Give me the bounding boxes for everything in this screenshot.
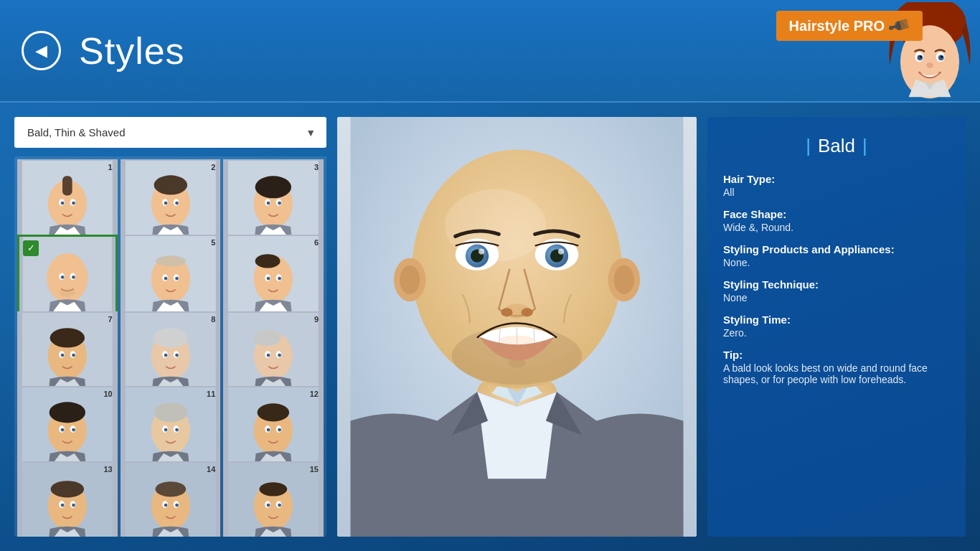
svg-point-67	[253, 329, 281, 346]
products-value: None.	[723, 257, 950, 268]
style-item-14[interactable]: 14	[121, 461, 221, 537]
svg-point-43	[175, 276, 179, 280]
svg-point-91	[267, 428, 270, 432]
item-number-13: 13	[103, 465, 112, 474]
time-label: Styling Time:	[723, 314, 950, 326]
style-item-13[interactable]: 13	[17, 461, 118, 537]
hair-type-label: Hair Type:	[723, 173, 950, 185]
svg-point-56	[61, 353, 65, 357]
svg-point-71	[278, 353, 281, 357]
svg-point-35	[72, 276, 75, 279]
svg-point-109	[260, 482, 288, 496]
svg-point-49	[267, 276, 270, 280]
hair-type-value: All	[723, 187, 950, 198]
svg-point-25	[255, 176, 291, 198]
item-number-5: 5	[211, 238, 215, 247]
item-number-11: 11	[207, 390, 215, 398]
svg-point-34	[61, 276, 65, 279]
item-number-12: 12	[310, 390, 319, 398]
technique-value: None	[723, 292, 950, 303]
svg-point-50	[278, 276, 281, 280]
svg-point-7	[941, 56, 943, 58]
svg-point-42	[164, 276, 167, 280]
svg-point-60	[153, 328, 187, 347]
style-item-15[interactable]: 15	[223, 461, 324, 537]
selected-style-name: Bald	[818, 135, 855, 157]
back-button[interactable]: ◀	[22, 31, 61, 70]
pipe-left: |	[806, 135, 811, 157]
style-category-select[interactable]: Bald, Thin & Shaved Short Styles Medium …	[14, 117, 326, 148]
hair-type-row: Hair Type: All	[723, 173, 950, 198]
svg-point-28	[267, 202, 270, 205]
svg-point-74	[50, 402, 85, 423]
selected-check: ✓	[23, 240, 39, 256]
svg-point-98	[61, 504, 65, 507]
svg-point-131	[558, 249, 564, 255]
comb-icon: 🪮	[887, 13, 913, 39]
svg-point-63	[164, 353, 167, 357]
face-shape-row: Face Shape: Wide &, Round.	[723, 208, 950, 233]
svg-point-113	[278, 504, 281, 507]
svg-point-123	[614, 265, 634, 294]
svg-point-53	[50, 328, 85, 347]
brand-badge: Hairstyle PRO 🪮	[776, 11, 923, 41]
page-title: Styles	[79, 29, 185, 72]
svg-point-15	[72, 202, 75, 205]
tip-row: Tip: A bald look looks best on wide and …	[723, 349, 950, 385]
time-value: Zero.	[723, 327, 950, 339]
item-number-3: 3	[314, 163, 319, 171]
svg-point-46	[255, 254, 281, 268]
header: ◀ Styles Hairstyle PRO 🪮	[0, 0, 980, 103]
svg-point-22	[175, 202, 179, 205]
style-grid: 1 2	[14, 156, 326, 537]
preview-face-svg	[337, 117, 697, 537]
svg-point-138	[499, 336, 534, 344]
item-number-1: 1	[108, 163, 113, 171]
svg-point-6	[920, 56, 922, 58]
brand-area: Hairstyle PRO 🪮	[756, 0, 980, 103]
pipe-right: |	[862, 135, 867, 157]
preview-image	[337, 117, 697, 537]
technique-row: Styling Technique: None	[723, 278, 950, 303]
svg-point-36	[59, 288, 75, 296]
left-panel: Bald, Thin & Shaved Short Styles Medium …	[14, 117, 326, 537]
face-shape-value: Wide &, Round.	[723, 222, 950, 233]
time-row: Styling Time: Zero.	[723, 314, 950, 339]
svg-point-29	[278, 202, 281, 205]
info-panel: | Bald | Hair Type: All Face Shape: Wide…	[707, 117, 966, 537]
svg-rect-11	[62, 176, 72, 195]
item-number-9: 9	[314, 315, 319, 324]
svg-point-39	[155, 255, 186, 267]
svg-point-133	[501, 308, 512, 316]
svg-point-64	[175, 353, 179, 357]
svg-point-18	[154, 175, 187, 194]
item-number-2: 2	[211, 163, 215, 171]
svg-point-130	[479, 249, 484, 255]
svg-point-85	[175, 428, 179, 432]
svg-point-122	[400, 265, 420, 294]
svg-point-57	[72, 353, 75, 357]
item-number-8: 8	[211, 315, 215, 324]
item-number-15: 15	[310, 465, 319, 474]
style-name-header: | Bald |	[723, 135, 950, 157]
main-content: Bald, Thin & Shaved Short Styles Medium …	[0, 103, 980, 551]
brand-name: Hairstyle PRO	[789, 18, 885, 34]
technique-label: Styling Technique:	[723, 278, 950, 291]
svg-point-92	[278, 428, 281, 432]
dropdown-wrapper[interactable]: Bald, Thin & Shaved Short Styles Medium …	[14, 117, 326, 148]
svg-point-99	[72, 504, 75, 507]
item-number-6: 6	[314, 238, 319, 247]
svg-point-105	[164, 504, 167, 507]
products-label: Styling Products and Appliances:	[723, 243, 950, 255]
svg-point-14	[61, 202, 65, 205]
tip-label: Tip:	[723, 349, 950, 361]
tip-value: A bald look looks best on wide and round…	[723, 362, 950, 385]
item-number-14: 14	[207, 465, 215, 474]
svg-point-81	[154, 403, 187, 423]
item-number-10: 10	[103, 390, 112, 398]
svg-point-8	[926, 62, 933, 68]
item-number-7: 7	[108, 315, 113, 324]
preview-panel	[337, 117, 697, 537]
svg-point-102	[155, 481, 186, 496]
svg-point-70	[267, 353, 270, 357]
